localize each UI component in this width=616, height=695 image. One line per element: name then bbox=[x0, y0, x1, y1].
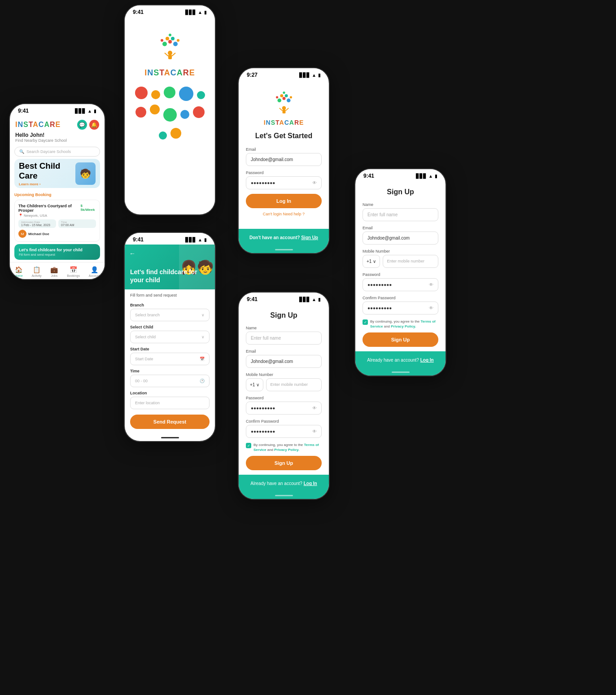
date-time-row: Admission Date 1 Feb - 15 Mar, 2023 Time… bbox=[18, 219, 96, 228]
chat-icon[interactable]: 💬 bbox=[77, 120, 87, 130]
confirm-label-6: Confirm Password bbox=[363, 296, 438, 300]
privacy-link-5[interactable]: Privacy Policy. bbox=[274, 448, 299, 452]
country-code-6[interactable]: +1 ∨ bbox=[363, 255, 380, 268]
avatar-row: M Michael Doe bbox=[18, 230, 96, 238]
email-input-5[interactable]: Johndoe@gmail.com bbox=[246, 355, 322, 368]
banner-illustration: 🧒 bbox=[75, 162, 96, 185]
nav-activity[interactable]: 📋 Activity bbox=[31, 266, 41, 277]
calendar-icon: 📅 bbox=[200, 357, 205, 361]
signup-link[interactable]: Sign Up bbox=[301, 235, 318, 240]
booking-price: $ 5k/Week bbox=[81, 204, 96, 212]
svg-line-3 bbox=[172, 53, 175, 56]
learn-more-link[interactable]: Learn more › bbox=[19, 182, 75, 186]
date-badge: Admission Date 1 Feb - 15 Mar, 2023 bbox=[18, 219, 56, 228]
child-dropdown[interactable]: Select child ∨ bbox=[130, 331, 210, 343]
password-input[interactable]: ●●●●●●●●● 👁 bbox=[246, 176, 322, 189]
login-button[interactable]: Log In bbox=[246, 194, 322, 208]
header-action-icons: 💬 🔔 bbox=[77, 120, 99, 130]
signal-icon-4: ▊▊▊ bbox=[299, 73, 310, 78]
privacy-link-6[interactable]: Privacy Policy. bbox=[391, 324, 416, 328]
password-input-6[interactable]: ●●●●●●●●● 👁 bbox=[363, 278, 438, 291]
dot-4 bbox=[179, 87, 193, 101]
phone-splash: 9:41 ▊▊▊ ▲ ▮ bbox=[124, 4, 216, 215]
eye-icon-5[interactable]: 👁 bbox=[312, 406, 317, 411]
email-label: Email bbox=[246, 147, 322, 152]
eye-icon[interactable]: 👁 bbox=[312, 180, 317, 185]
time-label: Time bbox=[130, 369, 210, 373]
send-request-button[interactable]: Send Request bbox=[130, 415, 210, 429]
svg-point-19 bbox=[280, 94, 283, 97]
bottom-signup-prompt: Don't have an account? Sign Up bbox=[239, 229, 329, 246]
name-input-6[interactable]: Enter full name bbox=[363, 208, 438, 221]
eye-icon-confirm-5[interactable]: 👁 bbox=[312, 429, 317, 434]
login-logo: INSTACARE bbox=[246, 89, 322, 127]
login-content: INSTACARE Let's Get Started Email Johndo… bbox=[239, 80, 329, 229]
terms-checkbox-6[interactable]: ✓ bbox=[363, 319, 368, 325]
email-input-6[interactable]: Johndoe@gmail.com bbox=[363, 232, 438, 245]
nav-account[interactable]: 👤 Account bbox=[89, 266, 100, 277]
password-input-5[interactable]: ●●●●●●●●● 👁 bbox=[246, 402, 322, 415]
status-icons-6: ▊▊▊ ▲ ▮ bbox=[416, 174, 437, 179]
dropdown-icon-6: ∨ bbox=[373, 259, 376, 264]
signup-content-right: Sign Up Name Enter full name Email Johnd… bbox=[355, 181, 446, 347]
dot-8 bbox=[163, 108, 177, 122]
bottom-nav: 🏠 Home 📋 Activity 💼 Jobs 📅 Bookings 👤 Ac… bbox=[10, 262, 105, 279]
mobile-input-6[interactable]: Enter mobile number bbox=[383, 255, 438, 268]
confirm-label-5: Confirm Password bbox=[246, 419, 322, 424]
booking-location: 📍 Newyork, USA bbox=[18, 214, 96, 218]
email-input[interactable]: Johndoe@gmail.com bbox=[246, 153, 322, 166]
svg-point-4 bbox=[168, 40, 172, 44]
login-link-6[interactable]: Log In bbox=[420, 358, 434, 363]
person-name: Michael Doe bbox=[28, 232, 49, 236]
location-input[interactable]: Enter location bbox=[130, 397, 210, 409]
home-indicator-3 bbox=[125, 434, 215, 441]
confirm-input-5[interactable]: ●●●●●●●●● 👁 bbox=[246, 425, 322, 438]
dot-7 bbox=[150, 105, 160, 114]
time-2: 9:41 bbox=[133, 9, 144, 15]
country-code-5[interactable]: +1 ∨ bbox=[246, 378, 263, 391]
time-input[interactable]: 00 - 00 🕐 bbox=[130, 375, 210, 387]
terms-checkbox-5[interactable]: ✓ bbox=[246, 443, 251, 448]
status-icons-5: ▊▊▊ ▲ ▮ bbox=[299, 297, 321, 302]
signup-button-6[interactable]: Sign Up bbox=[363, 332, 438, 347]
svg-point-17 bbox=[277, 98, 281, 102]
svg-line-2 bbox=[165, 53, 168, 56]
search-bar[interactable]: 🔍 Search Daycare Schools bbox=[14, 147, 100, 157]
name-input-5[interactable]: Enter full name bbox=[246, 332, 322, 345]
dot-2 bbox=[151, 90, 160, 99]
nav-bookings[interactable]: 📅 Bookings bbox=[67, 266, 80, 277]
forgot-link[interactable]: Can't login Need help ? bbox=[246, 212, 322, 216]
battery-icon: ▮ bbox=[94, 109, 96, 114]
login-link-5[interactable]: Log In bbox=[304, 481, 317, 486]
home-indicator-5 bbox=[239, 492, 329, 499]
dot-3 bbox=[164, 87, 175, 98]
svg-point-21 bbox=[276, 96, 278, 98]
back-button[interactable]: ← bbox=[129, 250, 135, 257]
mobile-label-6: Mobile Number bbox=[363, 249, 438, 254]
wifi-icon-4: ▲ bbox=[312, 73, 316, 78]
svg-point-16 bbox=[282, 97, 285, 100]
mobile-input-5[interactable]: Enter mobile number bbox=[266, 378, 322, 391]
signal-icon: ▊▊▊ bbox=[75, 109, 86, 114]
signal-icon-3: ▊▊▊ bbox=[185, 237, 196, 242]
nav-home[interactable]: 🏠 Home bbox=[14, 266, 23, 277]
promo-desc: Fill form and send request bbox=[19, 253, 96, 256]
wifi-icon: ▲ bbox=[87, 109, 92, 114]
app-logo: INSTACARE bbox=[15, 121, 61, 129]
dot-6 bbox=[135, 107, 146, 118]
login-logo-illustration bbox=[268, 89, 300, 116]
splash-content: INSTACARE bbox=[125, 17, 215, 212]
clock-icon: 🕐 bbox=[200, 379, 205, 383]
branch-dropdown[interactable]: Select branch ∨ bbox=[130, 309, 210, 321]
eye-icon-6[interactable]: 👁 bbox=[429, 282, 433, 287]
jobs-icon: 💼 bbox=[50, 266, 58, 273]
notification-icon[interactable]: 🔔 bbox=[89, 120, 99, 130]
wifi-icon-5: ▲ bbox=[312, 297, 316, 302]
confirm-input-6[interactable]: ●●●●●●●●● 👁 bbox=[363, 302, 438, 315]
location-placeholder: Enter location bbox=[135, 401, 160, 405]
email-label-6: Email bbox=[363, 226, 438, 230]
nav-jobs[interactable]: 💼 Jobs bbox=[50, 266, 58, 277]
signup-button-5[interactable]: Sign Up bbox=[246, 456, 322, 470]
eye-icon-confirm-6[interactable]: 👁 bbox=[429, 306, 433, 310]
start-date-input[interactable]: Start Date 📅 bbox=[130, 353, 210, 365]
